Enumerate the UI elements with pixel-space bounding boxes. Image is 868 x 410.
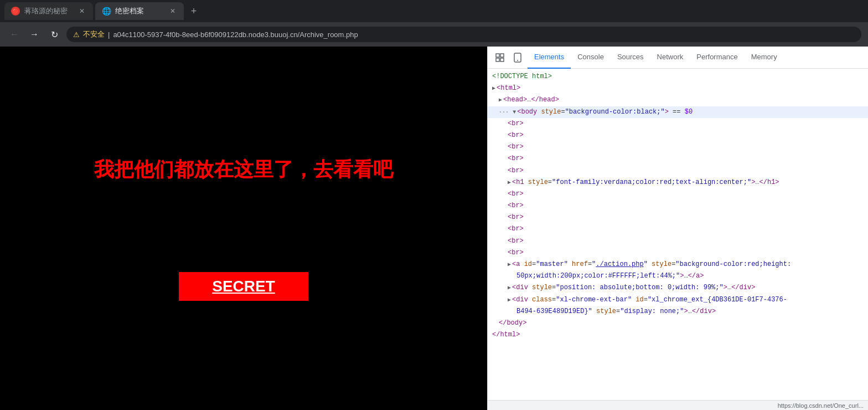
tab2-favicon: 🌐: [102, 7, 111, 16]
security-warning-text: 不安全: [83, 29, 105, 39]
html-line-div1: ▶<div style="position: absolute;bottom: …: [488, 282, 868, 294]
devtools-status-bar: https://blog.csdn.net/One_curl...: [488, 400, 868, 410]
url-text: a04c1100-5937-4f0b-8eed-b6f0909122db.nod…: [113, 30, 358, 39]
status-url: https://blog.csdn.net/One_curl...: [778, 402, 864, 409]
tab1-close-button[interactable]: ✕: [78, 7, 86, 16]
html-line-br6: <br>: [488, 188, 868, 200]
tab-network[interactable]: Network: [650, 47, 690, 69]
svg-point-5: [517, 60, 518, 61]
tab-2[interactable]: 🌐 绝密档案 ✕: [95, 2, 184, 20]
devtools-tabs: Elements Console Sources Network Perform…: [528, 47, 784, 69]
tab2-label: 绝密档案: [115, 6, 144, 16]
html-line-br1: <br>: [488, 118, 868, 130]
address-separator: |: [108, 30, 110, 39]
browser-titlebar: 🔴 蒋珞源的秘密 ✕ 🌐 绝密档案 ✕ +: [0, 0, 868, 22]
browser-toolbar: ← → ↻ ⚠ 不安全 | a04c1100-5937-4f0b-8eed-b6…: [0, 22, 868, 47]
tab-elements[interactable]: Elements: [528, 47, 571, 69]
html-line-br7: <br>: [488, 200, 868, 212]
tab-performance[interactable]: Performance: [690, 47, 744, 69]
tab-console[interactable]: Console: [571, 47, 611, 69]
tab-1[interactable]: 🔴 蒋珞源的秘密 ✕: [4, 2, 93, 20]
html-line-br2: <br>: [488, 130, 868, 141]
html-line-br10: <br>: [488, 235, 868, 247]
security-warning-icon: ⚠: [73, 30, 80, 39]
devtools-panel: Elements Console Sources Network Perform…: [487, 47, 868, 410]
html-line-a: ▶<a id="master" href="./action.php" styl…: [488, 259, 868, 270]
webpage-content: 我把他们都放在这里了，去看看吧 SECRET: [0, 47, 487, 410]
html-line-h1: ▶<h1 style="font-family:verdana;color:re…: [488, 177, 868, 188]
main-area: 我把他们都放在这里了，去看看吧 SECRET: [0, 47, 868, 410]
back-button[interactable]: ←: [7, 27, 22, 42]
html-line-br8: <br>: [488, 212, 868, 223]
html-line-html-open: ▶<html>: [488, 83, 868, 94]
html-line-br5: <br>: [488, 165, 868, 177]
reload-button[interactable]: ↻: [46, 27, 62, 42]
html-line-body-close: </body>: [488, 317, 868, 329]
html-line-br4: <br>: [488, 153, 868, 165]
tab1-label: 蒋珞源的秘密: [24, 6, 68, 16]
svg-rect-2: [496, 58, 499, 62]
address-bar[interactable]: ⚠ 不安全 | a04c1100-5937-4f0b-8eed-b6f09091…: [66, 27, 861, 42]
tab1-favicon: 🔴: [11, 7, 20, 16]
html-line-div2-cont: B494-639E489D19ED}" style="display: none…: [488, 306, 868, 317]
html-line-head: ▶<head>…</head>: [488, 94, 868, 106]
forward-button[interactable]: →: [27, 27, 42, 42]
html-line-a-cont: 50px;width:200px;color:#FFFFFF;left:44%;…: [488, 270, 868, 282]
inspect-element-button[interactable]: [492, 50, 508, 65]
webpage-heading: 我把他们都放在这里了，去看看吧: [94, 156, 393, 183]
html-line-html-close: </html>: [488, 329, 868, 341]
html-line-br11: <br>: [488, 247, 868, 259]
device-toolbar-button[interactable]: [510, 50, 525, 65]
html-line-br3: <br>: [488, 141, 868, 153]
devtools-html-content[interactable]: <!DOCTYPE html> ▶<html> ▶<head>…</head> …: [488, 69, 868, 400]
html-line-doctype: <!DOCTYPE html>: [488, 71, 868, 83]
new-tab-button[interactable]: +: [186, 3, 202, 19]
svg-rect-1: [500, 54, 504, 57]
tab-sources[interactable]: Sources: [611, 47, 650, 69]
html-line-body[interactable]: ··· ▼<body style="background-color:black…: [488, 106, 868, 118]
svg-rect-3: [500, 58, 504, 62]
tab2-close-button[interactable]: ✕: [168, 7, 177, 16]
svg-rect-0: [496, 54, 499, 57]
tab-memory[interactable]: Memory: [745, 47, 784, 69]
devtools-toolbar: Elements Console Sources Network Perform…: [488, 47, 868, 69]
html-line-div2: ▶<div class="xl-chrome-ext-bar" id="xl_c…: [488, 294, 868, 306]
secret-button[interactable]: SECRET: [179, 272, 308, 301]
html-line-br9: <br>: [488, 223, 868, 235]
